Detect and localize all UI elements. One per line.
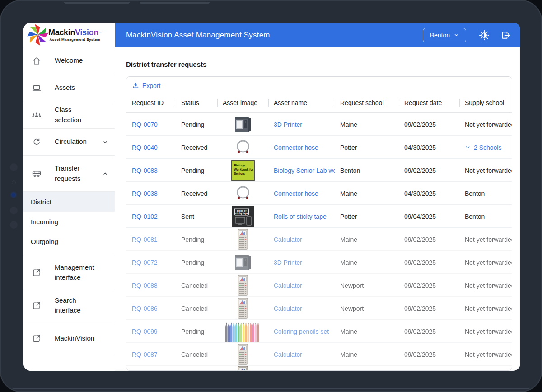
bezel-sensor-dot [12, 180, 16, 184]
subitem-label: District [31, 198, 51, 206]
request-id-link[interactable]: RQ-0040 [126, 144, 176, 151]
supply-school-text: Not yet forwarded [459, 328, 512, 335]
school-selector-label: Benton [430, 32, 450, 39]
request-school-text: Maine [335, 190, 399, 197]
logout-button[interactable] [500, 30, 511, 41]
status-text: Pending [176, 121, 217, 128]
tablet-frame: MackinVision™ Asset Management System Ma… [0, 0, 542, 392]
sidebar-item-welcome[interactable]: Welcome [23, 47, 115, 74]
supply-school-expand-link[interactable]: 2 Schools [459, 144, 512, 151]
sidebar-item-label: Assets [55, 83, 75, 93]
column-header-supply-school[interactable]: Supply school [459, 93, 512, 112]
status-text: Canceled [176, 282, 217, 289]
export-label: Export [142, 82, 160, 89]
sidebar-item-assets[interactable]: Assets [23, 74, 115, 101]
theme-toggle-button[interactable] [479, 30, 490, 41]
supply-school-text: Not yet forwarded [459, 236, 512, 243]
asset-name-link[interactable]: 3D Printer [268, 259, 335, 266]
status-text: Sent [176, 213, 217, 220]
sidebar-item-class-selection[interactable]: Class selection [23, 101, 115, 129]
download-icon [132, 82, 140, 89]
request-id-link[interactable]: RQ-0070 [126, 121, 176, 128]
svg-text:Rolls of: Rolls of [237, 209, 246, 212]
request-id-link[interactable]: RQ-0087 [126, 351, 176, 358]
table-row: RQ-0040 Received Connector hose Potter 0… [126, 136, 512, 159]
supply-school-text: Not yet forwarded [459, 167, 512, 174]
tablet-edge-button [140, 2, 210, 4]
sidebar-item-search-interface[interactable]: Search interface [23, 289, 115, 322]
sidebar-item-label: Circulation [55, 137, 87, 147]
supply-school-text: Benton [459, 213, 512, 220]
request-id-link[interactable]: RQ-0038 [126, 190, 176, 197]
request-date-text: 09/02/2025 [399, 282, 459, 289]
request-school-text: Maine [335, 121, 399, 128]
sidebar-item-transfer-requests[interactable]: Transfer requests [23, 156, 115, 192]
sidebar-subitem-district[interactable]: District [23, 192, 115, 212]
status-text: Pending [176, 259, 217, 266]
transfer-requests-submenu: District Incoming Outgoing [23, 192, 115, 256]
status-text: Pending [176, 167, 217, 174]
asset-name-link[interactable]: Calculator [268, 236, 335, 243]
calculator-image [217, 228, 268, 251]
request-school-text: Newport [335, 305, 399, 312]
school-selector-button[interactable]: Benton [423, 28, 466, 42]
asset-name-link[interactable]: Calculator [268, 282, 335, 289]
chevron-down-icon [102, 139, 108, 145]
connector-hose-image [217, 136, 268, 159]
asset-name-link[interactable]: Biology Senior Lab wor [268, 167, 335, 174]
column-header-status[interactable]: Status [176, 93, 217, 112]
column-header-request-date[interactable]: Request date [399, 93, 459, 112]
table-row: RQ-0083 Pending Biology Workbook for Sen… [126, 159, 512, 182]
request-school-text: Maine [335, 259, 399, 266]
column-header-request-id[interactable]: Request ID [126, 93, 176, 112]
transfer-requests-table-card: Export Request IDStatusAsset imageAsset … [126, 76, 512, 371]
request-id-link[interactable]: RQ-0086 [126, 305, 176, 312]
request-date-text: 04/30/2025 [399, 190, 459, 197]
people-icon [32, 110, 42, 120]
sidebar-item-circulation[interactable]: Circulation [23, 129, 115, 156]
table-header-row: Request IDStatusAsset imageAsset nameReq… [126, 93, 512, 113]
request-date-text: 09/02/2025 [399, 305, 459, 312]
supply-school-text: Not yet forwarded [459, 121, 512, 128]
request-id-link[interactable]: RQ-0088 [126, 282, 176, 289]
column-header-asset-image[interactable]: Asset image [217, 93, 268, 112]
asset-name-link[interactable]: Connector hose [268, 144, 335, 151]
table-row: RQ-0072 Pending 3D Printer Maine 09/02/2… [126, 251, 512, 274]
coloring-pencils-image [217, 320, 268, 343]
connector-hose-image [217, 182, 268, 205]
request-id-link[interactable]: RQ-0102 [126, 213, 176, 220]
supply-school-text: Not yet forwarded [459, 351, 512, 358]
tablet-edge-button [64, 2, 130, 4]
request-date-text: 09/02/2025 [399, 328, 459, 335]
request-school-text: Newport [335, 282, 399, 289]
asset-name-link[interactable]: Calculator [268, 305, 335, 312]
request-id-link[interactable]: RQ-0072 [126, 259, 176, 266]
chevron-down-icon [465, 144, 471, 150]
request-date-text: 09/02/2025 [399, 121, 459, 128]
pinwheel-logo-icon [26, 23, 50, 47]
asset-name-link[interactable]: Connector hose [268, 190, 335, 197]
table-row [126, 366, 512, 370]
sidebar-item-management-interface[interactable]: Management interface [23, 256, 115, 289]
brand-prefix: Mackin [48, 28, 75, 37]
asset-name-link[interactable]: Rolls of sticky tape [268, 213, 335, 220]
request-id-link[interactable]: RQ-0099 [126, 328, 176, 335]
bezel-sensor-dot [10, 207, 18, 214]
page-title: District transfer requests [126, 60, 512, 69]
column-header-request-school[interactable]: Request school [335, 93, 399, 112]
column-header-asset-name[interactable]: Asset name [268, 93, 335, 112]
sidebar-item-mackinvision[interactable]: MackinVision [23, 322, 115, 355]
export-button[interactable]: Export [132, 82, 160, 89]
brand-tagline: Asset Management System [48, 37, 102, 42]
sidebar-subitem-incoming[interactable]: Incoming [23, 212, 115, 231]
asset-name-link[interactable]: 3D Printer [268, 121, 335, 128]
asset-name-link[interactable]: Calculator [268, 351, 335, 358]
asset-name-link[interactable]: Coloring pencils set [268, 328, 335, 335]
request-id-link[interactable]: RQ-0083 [126, 167, 176, 174]
sidebar-subitem-outgoing[interactable]: Outgoing [23, 231, 115, 251]
calculator-image [217, 366, 268, 370]
request-school-text: Maine [335, 351, 399, 358]
svg-text:Workbook for: Workbook for [234, 168, 253, 171]
table-row: RQ-0102 Sent Rolls of sticky tape Rolls … [126, 205, 512, 228]
request-id-link[interactable]: RQ-0081 [126, 236, 176, 243]
